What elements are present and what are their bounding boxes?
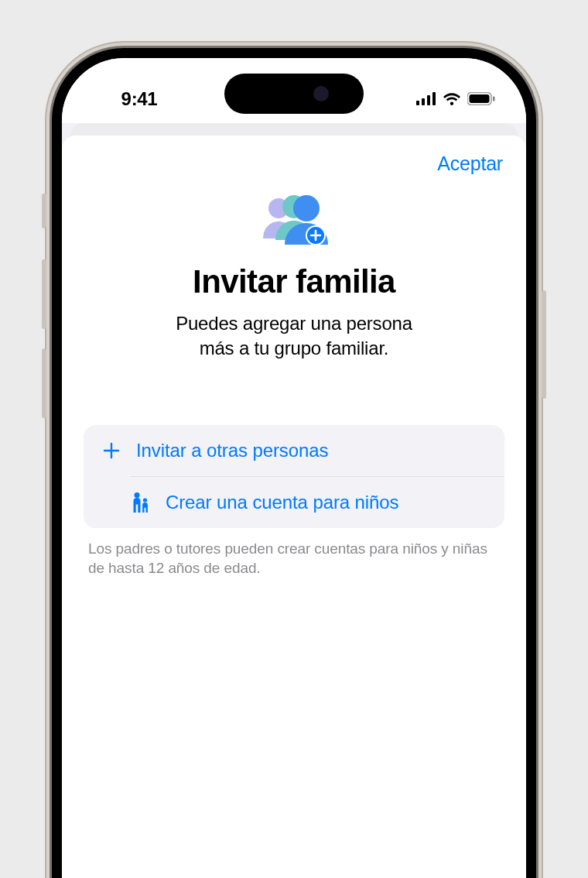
volume-up-button (42, 259, 46, 329)
svg-rect-0 (416, 101, 419, 105)
screen: 9:41 Aceptar (62, 58, 526, 878)
invite-people-label: Invitar a otras personas (136, 440, 328, 461)
options-list: Invitar a otras personas Crear una cuent… (84, 425, 504, 528)
svg-point-9 (293, 195, 320, 221)
silence-switch (42, 194, 46, 228)
wifi-icon (443, 88, 461, 110)
dynamic-island (224, 74, 364, 114)
page-title: Invitar familia (84, 263, 504, 300)
create-child-account-label: Crear una cuenta para niños (166, 492, 399, 513)
parent-child-icon (130, 492, 152, 513)
cellular-icon (416, 88, 436, 110)
modal-sheet: Aceptar Invitar fami (62, 135, 526, 878)
plus-icon (101, 440, 122, 461)
svg-point-13 (143, 498, 147, 502)
done-button[interactable]: Aceptar (437, 153, 503, 175)
svg-rect-6 (493, 97, 495, 101)
volume-down-button (42, 348, 46, 418)
invite-people-row[interactable]: Invitar a otras personas (84, 425, 504, 476)
iphone-frame: 9:41 Aceptar (46, 43, 542, 878)
create-child-account-row[interactable]: Crear una cuenta para niños (130, 476, 504, 528)
svg-rect-2 (427, 95, 430, 105)
battery-icon (467, 88, 495, 110)
page-subtitle: Puedes agregar una persona más a tu grup… (84, 311, 504, 362)
power-button (542, 290, 546, 399)
svg-rect-1 (422, 98, 425, 105)
family-add-icon (258, 192, 330, 252)
svg-rect-5 (470, 94, 490, 103)
clock: 9:41 (93, 88, 186, 110)
svg-rect-3 (432, 92, 436, 105)
svg-point-12 (135, 492, 140, 498)
footnote: Los padres o tutores pueden crear cuenta… (84, 539, 504, 578)
